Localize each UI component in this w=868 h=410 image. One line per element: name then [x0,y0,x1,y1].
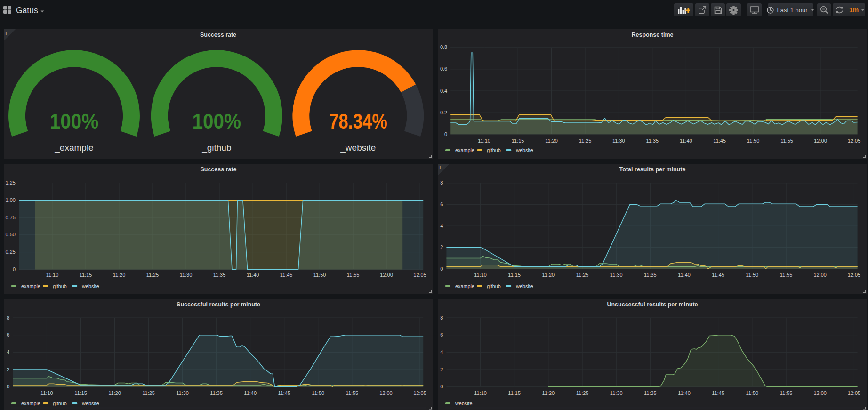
svg-text:0: 0 [440,384,443,389]
svg-text:_website: _website [79,401,99,406]
svg-text:11:30: 11:30 [612,138,625,144]
svg-text:11:20: 11:20 [542,390,555,396]
svg-text:0.6: 0.6 [440,66,447,72]
svg-text:11:40: 11:40 [680,138,692,144]
svg-text:11:15: 11:15 [512,138,524,144]
svg-text:2: 2 [440,367,443,372]
svg-text:i: i [440,165,441,170]
svg-text:_github: _github [201,143,231,153]
svg-text:11:55: 11:55 [346,390,359,396]
svg-text:0.8: 0.8 [440,44,447,50]
svg-text:11:40: 11:40 [678,272,691,278]
svg-text:_example: _example [452,283,474,289]
svg-text:12:00: 12:00 [813,272,827,278]
svg-text:11:30: 11:30 [176,390,189,396]
svg-text:12:00: 12:00 [813,390,827,396]
svg-text:_github: _github [49,401,66,406]
svg-text:0.75: 0.75 [6,215,16,220]
svg-text:11:55: 11:55 [780,138,793,144]
svg-text:11:20: 11:20 [545,138,558,144]
svg-text:11:35: 11:35 [644,390,657,396]
svg-text:0.50: 0.50 [6,232,16,237]
svg-text:11:15: 11:15 [508,272,521,278]
svg-text:11:50: 11:50 [313,272,326,278]
svg-text:11:55: 11:55 [347,272,360,278]
svg-text:11:25: 11:25 [142,390,155,396]
svg-text:11:40: 11:40 [244,390,257,396]
svg-text:11:40: 11:40 [247,272,259,278]
svg-text:11:10: 11:10 [474,390,487,396]
svg-text:Success rate: Success rate [200,32,236,38]
svg-text:_example: _example [54,143,93,153]
svg-text:11:25: 11:25 [576,390,589,396]
svg-text:11:15: 11:15 [74,390,87,396]
svg-text:11:25: 11:25 [576,272,589,278]
svg-text:12:05: 12:05 [848,272,861,278]
svg-text:11:50: 11:50 [746,272,759,278]
svg-text:11:55: 11:55 [780,390,793,396]
svg-text:11:35: 11:35 [646,138,659,144]
svg-text:6: 6 [440,201,443,207]
svg-text:11:15: 11:15 [80,272,92,278]
svg-text:11:35: 11:35 [644,272,657,278]
svg-text:11:45: 11:45 [712,390,724,396]
svg-text:11:30: 11:30 [610,272,623,278]
svg-text:2: 2 [440,244,443,250]
svg-text:78.34%: 78.34% [329,110,387,134]
svg-text:11:25: 11:25 [146,272,159,278]
svg-text:_example: _example [452,147,474,153]
svg-text:11:50: 11:50 [747,138,760,144]
svg-text:8: 8 [440,180,443,185]
svg-text:11:40: 11:40 [678,390,691,396]
svg-text:0: 0 [7,384,9,389]
svg-text:0.25: 0.25 [6,249,16,255]
svg-text:11:30: 11:30 [610,390,623,396]
svg-text:11:35: 11:35 [213,272,226,278]
svg-text:1.00: 1.00 [6,197,16,203]
svg-text:0: 0 [440,266,443,272]
svg-text:100%: 100% [50,109,99,133]
svg-text:6: 6 [7,332,9,338]
svg-text:8: 8 [440,315,443,321]
svg-text:_github: _github [483,147,500,153]
svg-text:11:10: 11:10 [46,272,59,278]
svg-text:11:50: 11:50 [746,390,759,396]
svg-text:11:20: 11:20 [108,390,121,396]
svg-text:0.4: 0.4 [440,88,447,94]
svg-text:4: 4 [440,349,443,355]
svg-text:_example: _example [18,401,40,406]
svg-text:12:00: 12:00 [380,272,393,278]
svg-text:Response time: Response time [632,32,674,38]
svg-text:0.2: 0.2 [440,110,447,115]
svg-text:12:05: 12:05 [848,390,861,396]
svg-text:Success rate: Success rate [200,166,236,173]
svg-text:12:05: 12:05 [413,390,426,396]
svg-text:11:45: 11:45 [278,390,290,396]
svg-text:0: 0 [13,266,16,272]
svg-text:12:00: 12:00 [379,390,393,396]
svg-text:11:10: 11:10 [40,390,53,396]
svg-text:Unsuccessful results per minut: Unsuccessful results per minute [607,301,698,308]
svg-text:11:45: 11:45 [713,138,726,144]
svg-text:11:10: 11:10 [478,138,490,144]
svg-text:11:50: 11:50 [312,390,324,396]
svg-text:Total results per minute: Total results per minute [619,166,686,173]
svg-text:12:00: 12:00 [814,138,827,144]
svg-text:6: 6 [440,332,443,338]
svg-text:11:45: 11:45 [712,272,724,278]
svg-text:11:35: 11:35 [210,390,223,396]
svg-text:12:05: 12:05 [848,138,861,144]
svg-text:Successful results per minute: Successful results per minute [177,301,260,308]
svg-text:11:30: 11:30 [180,272,193,278]
svg-text:4: 4 [440,223,443,229]
svg-text:_github: _github [49,283,66,289]
svg-text:11:20: 11:20 [113,272,126,278]
svg-text:_github: _github [483,283,500,289]
svg-text:4: 4 [7,349,9,355]
svg-text:11:45: 11:45 [280,272,293,278]
svg-text:11:55: 11:55 [780,272,793,278]
svg-text:0: 0 [444,131,447,137]
svg-text:2: 2 [7,367,9,372]
svg-text:11:25: 11:25 [579,138,592,144]
svg-text:11:15: 11:15 [508,390,521,396]
